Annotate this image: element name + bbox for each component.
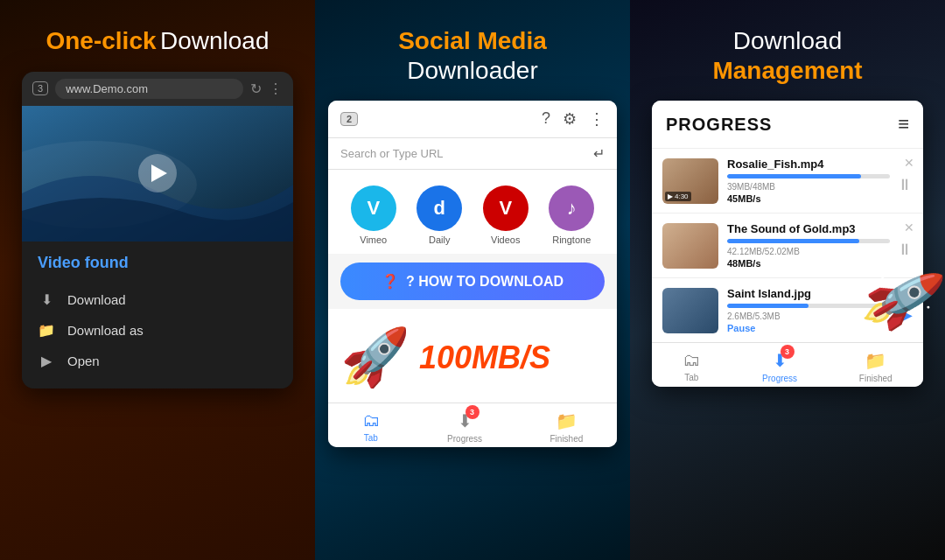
- rocket-icon: 🚀: [340, 325, 410, 390]
- social-icons-row: V Vimeo d Daily V Videos ♪ Ringtone: [328, 170, 617, 254]
- dl-speed-2: 48MB/s: [727, 258, 890, 269]
- ringtone-icon-item[interactable]: ♪ Ringtone: [549, 186, 594, 245]
- right-tab-icon: 🗂: [682, 350, 700, 370]
- dl-close-1[interactable]: ✕: [904, 156, 914, 170]
- dl-progress-bar-2: [727, 239, 890, 243]
- nav-progress-item[interactable]: ⬇ 3 Progress: [447, 410, 482, 444]
- right-bottom-nav: 🗂 Tab ⬇ 3 Progress 📁 Finished: [652, 342, 923, 387]
- videos-circle: V: [483, 186, 528, 231]
- videos-icon-item[interactable]: V Videos: [483, 186, 528, 245]
- dl-filename-1: Rosalie_Fish.mp4: [727, 158, 890, 171]
- finished-nav-label: Finished: [550, 434, 583, 444]
- open-label: Open: [67, 354, 100, 368]
- dl-filename-3: Saint Island.jpg: [727, 287, 893, 300]
- center-title-normal: Downloader: [398, 56, 547, 86]
- browser-top-bar: 2 ? ⚙ ⋮: [328, 101, 617, 138]
- download-as-label: Download as: [67, 323, 144, 338]
- video-area: [22, 106, 293, 242]
- dl-item-1: ▶4:30 Rosalie_Fish.mp4 39MB/48MB 45MB/s …: [652, 148, 923, 213]
- left-panel: One-click Download 3 www.Demo.com ↻ ⋮: [0, 0, 315, 560]
- search-arrow-icon: ↵: [593, 145, 605, 162]
- dl-thumb-1: ▶4:30: [662, 158, 718, 204]
- nav-tab-item[interactable]: 🗂 Tab: [362, 410, 380, 444]
- dl-item-2: The Sound of Gold.mp3 42.12MB/52.02MB 48…: [652, 213, 923, 277]
- browser-search-bar[interactable]: Search or Type URL ↵: [328, 138, 617, 170]
- download-icon: ⬇: [38, 291, 55, 308]
- folder-icon: 📁: [38, 322, 55, 339]
- tab-nav-icon: 🗂: [362, 410, 380, 430]
- progress-header-title: PROGRESS: [666, 115, 772, 135]
- more-icon[interactable]: ⋮: [589, 109, 605, 129]
- dl-progress-fill-2: [727, 239, 859, 243]
- download-mockup: PROGRESS ≡ ▶4:30 Rosalie_Fish.mp4 39MB/4…: [652, 101, 923, 387]
- dl-play-3[interactable]: ▶: [893, 305, 913, 325]
- list-icon[interactable]: ≡: [898, 113, 909, 136]
- play-button[interactable]: [138, 154, 177, 192]
- progress-nav-label: Progress: [447, 434, 482, 444]
- right-title-highlight: Management: [712, 57, 862, 84]
- browser-action-icons: ? ⚙ ⋮: [542, 109, 605, 129]
- dl-thumb-2: [662, 223, 718, 269]
- help-icon[interactable]: ?: [542, 109, 550, 129]
- right-finished-icon: 📁: [864, 350, 886, 371]
- dl-progress-bar-3: [727, 304, 893, 308]
- dl-speed-3: Pause: [727, 323, 893, 333]
- right-panel-title: Download Management: [712, 26, 862, 85]
- tab-number: 3: [32, 81, 48, 95]
- dl-progress-fill-1: [727, 174, 861, 178]
- phone-bottom-menu: Video found ⬇ Download 📁 Download as ▶ O…: [22, 242, 293, 388]
- rocket-speed-area: 🚀 100MB/S: [328, 309, 617, 402]
- ringtone-label: Ringtone: [552, 234, 591, 245]
- open-icon: ▶: [38, 353, 55, 369]
- how-to-question-icon: ❓: [382, 273, 399, 290]
- dl-item-3: Saint Island.jpg 2.6MB/5.3MB Pause ✕ ▶: [652, 277, 923, 342]
- dl-thumb-3: [662, 288, 718, 333]
- dl-info-1: Rosalie_Fish.mp4 39MB/48MB 45MB/s: [727, 158, 890, 204]
- right-nav-progress[interactable]: ⬇ 3 Progress: [762, 350, 797, 383]
- left-panel-title: One-click Download: [46, 26, 269, 56]
- play-triangle: [151, 164, 167, 182]
- daily-label: Daily: [429, 234, 450, 245]
- dl-close-2[interactable]: ✕: [904, 220, 914, 234]
- right-panel-inner: PROGRESS ≡ ▶4:30 Rosalie_Fish.mp4 39MB/4…: [643, 101, 932, 387]
- menu-icon: ⋮: [269, 80, 283, 97]
- progress-badge: 3: [466, 405, 480, 419]
- settings-icon[interactable]: ⚙: [563, 109, 577, 129]
- dl-pause-1[interactable]: ⏸: [890, 176, 913, 194]
- center-bottom-nav: 🗂 Tab ⬇ 3 Progress 📁 Finished: [328, 402, 617, 447]
- right-progress-badge-wrap: ⬇ 3: [773, 350, 788, 371]
- browser-tab-num: 2: [340, 112, 358, 126]
- finished-nav-icon: 📁: [556, 410, 578, 431]
- videos-label: Videos: [491, 234, 520, 245]
- dl-pause-2[interactable]: ⏸: [890, 241, 913, 259]
- nav-finished-item[interactable]: 📁 Finished: [550, 410, 583, 444]
- vimeo-label: Vimeo: [360, 234, 387, 245]
- dl-progress-bar-1: [727, 174, 890, 178]
- download-label: Download: [67, 292, 126, 307]
- ringtone-circle: ♪: [549, 186, 594, 231]
- right-nav-tab[interactable]: 🗂 Tab: [682, 350, 700, 383]
- refresh-icon: ↻: [250, 80, 262, 97]
- right-nav-finished[interactable]: 📁 Finished: [859, 350, 892, 383]
- right-finished-label: Finished: [859, 374, 892, 383]
- dl-stats-2: 42.12MB/52.02MB: [727, 247, 890, 256]
- right-progress-badge: 3: [780, 345, 794, 359]
- dl-header: PROGRESS ≡: [652, 101, 923, 148]
- tab-nav-label: Tab: [364, 433, 378, 443]
- dl-progress-fill-3: [727, 304, 808, 308]
- how-to-label: ? HOW TO DOWNLOAD: [406, 274, 564, 290]
- vimeo-icon-item[interactable]: V Vimeo: [351, 186, 396, 245]
- phone-browser-bar: 3 www.Demo.com ↻ ⋮: [22, 72, 293, 106]
- download-menu-item[interactable]: ⬇ Download: [38, 284, 277, 315]
- dl-info-3: Saint Island.jpg 2.6MB/5.3MB Pause: [727, 287, 893, 333]
- speed-text: 100MB/S: [419, 340, 550, 376]
- left-phone-mockup: 3 www.Demo.com ↻ ⋮: [22, 72, 293, 388]
- right-panel: Download Management PROGRESS ≡ ▶4:30 Ros…: [630, 0, 945, 560]
- right-tab-label: Tab: [684, 373, 698, 382]
- dl-close-3[interactable]: ✕: [904, 285, 914, 299]
- center-panel-title: Social Media Downloader: [398, 26, 547, 85]
- daily-icon-item[interactable]: d Daily: [416, 186, 462, 245]
- download-as-menu-item[interactable]: 📁 Download as: [38, 315, 277, 346]
- open-menu-item[interactable]: ▶ Open: [38, 346, 277, 376]
- how-to-download-button[interactable]: ❓ ? HOW TO DOWNLOAD: [340, 262, 605, 300]
